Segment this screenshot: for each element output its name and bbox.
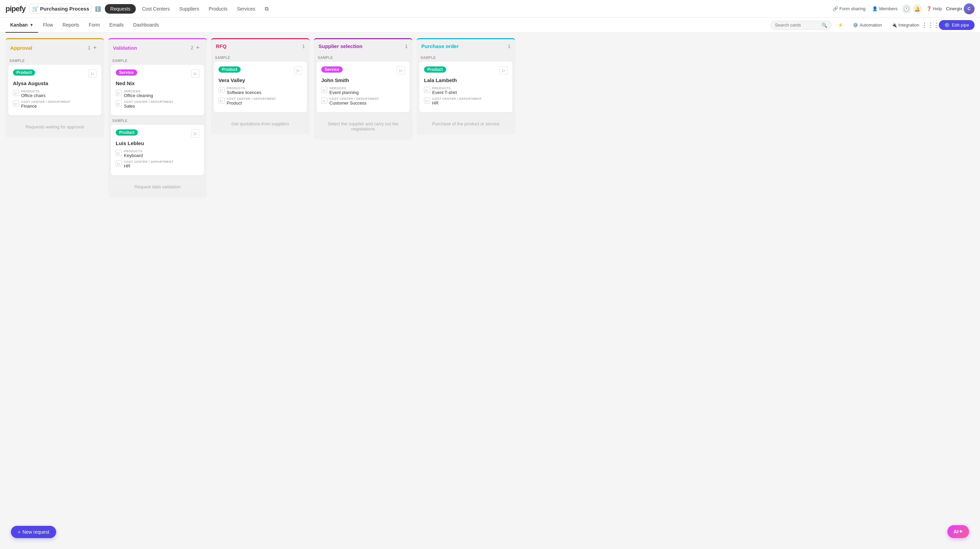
form-sharing-btn[interactable]: 🔗 Form sharing xyxy=(830,4,869,13)
card-field-card-lala-1: ▷ COST CENTER / DEPARTMENT HR xyxy=(424,97,508,105)
column-header-validation: Validation 2 + xyxy=(108,38,207,56)
col-add-btn-validation[interactable]: + xyxy=(193,43,202,52)
card-card-lala[interactable]: Product ▷ Lala Lambeth ▷ PRODUCTS Event … xyxy=(419,62,512,112)
user-name: Cinergix xyxy=(946,6,962,11)
new-request-btn[interactable]: + New request xyxy=(11,526,56,538)
column-body-rfq: SAMPLE Product ▷ Vera Valley ▷ PRODUCTS … xyxy=(211,53,310,134)
help-label: Help xyxy=(933,6,942,11)
ai-label: AI✦ xyxy=(953,528,963,535)
card-card-luis[interactable]: Product ▷ Luis Lebleu ▷ PRODUCTS Keyboar… xyxy=(111,124,204,176)
search-bar[interactable]: 🔍 xyxy=(770,21,832,30)
field-icon-card-lala-1: ▷ xyxy=(424,97,430,104)
services-extra-icon[interactable]: ⧉ xyxy=(261,4,272,14)
col-count-purchase-order: 1 xyxy=(508,44,511,49)
requests-tab[interactable]: Requests xyxy=(105,4,136,14)
field-value-card-john-0: Event planning xyxy=(329,90,405,95)
cost-centers-tab[interactable]: Cost Centers xyxy=(138,4,173,14)
tab-reports[interactable]: Reports xyxy=(58,18,84,33)
card-name-card-alysa: Alysa Augusta xyxy=(13,80,97,86)
search-input[interactable] xyxy=(775,22,819,27)
column-body-supplier-selection: SAMPLE Service ▷ John Smith ▷ SERVICES E… xyxy=(314,53,412,140)
card-name-card-vera: Vera Valley xyxy=(218,77,302,83)
filter-btn[interactable]: ⚡ xyxy=(834,21,846,29)
card-card-john[interactable]: Service ▷ John Smith ▷ SERVICES Event pl… xyxy=(317,62,410,112)
card-arrow-card-alysa[interactable]: ▷ xyxy=(89,69,97,78)
pipe-selector[interactable]: 🛒 Purchasing Process xyxy=(30,4,92,14)
card-name-card-lala: Lala Lambeth xyxy=(424,77,508,83)
card-arrow-card-lala[interactable]: ▷ xyxy=(500,66,508,75)
field-icon-card-john-0: ▷ xyxy=(321,87,327,93)
card-header-card-ned: Service ▷ xyxy=(116,69,199,78)
products-tab[interactable]: Products xyxy=(205,4,231,14)
tab-emails[interactable]: Emails xyxy=(105,18,129,33)
field-value-card-vera-0: Software licences xyxy=(227,90,302,95)
card-field-card-ned-0: ▷ SERVICES Office cleaning xyxy=(116,89,199,98)
automation-icon: ⚙️ xyxy=(853,22,858,27)
field-label-card-lala-1: COST CENTER / DEPARTMENT xyxy=(432,97,508,101)
kanban-column-approval: Approval 1 + SAMPLE Product ▷ Alysa Augu… xyxy=(5,38,104,137)
field-value-card-vera-1: Product xyxy=(227,101,302,105)
notifications-btn[interactable]: 🔔 xyxy=(913,4,922,14)
column-header-approval: Approval 1 + xyxy=(5,38,104,56)
card-header-card-lala: Product ▷ xyxy=(424,66,508,75)
card-arrow-card-ned[interactable]: ▷ xyxy=(191,69,199,78)
card-field-card-john-1: ▷ COST CENTER / DEPARTMENT Customer Succ… xyxy=(321,97,405,105)
card-arrow-card-john[interactable]: ▷ xyxy=(397,66,405,75)
tab-kanban[interactable]: Kanban ▼ xyxy=(5,18,38,33)
kanban-column-validation: Validation 2 + SAMPLE Service ▷ Ned Nix … xyxy=(108,38,207,198)
top-nav: pipefy 🛒 Purchasing Process ℹ️ Requests … xyxy=(0,0,980,18)
tab-form[interactable]: Form xyxy=(84,18,105,33)
card-arrow-card-vera[interactable]: ▷ xyxy=(294,66,302,75)
card-field-card-vera-1: ▷ COST CENTER / DEPARTMENT Product xyxy=(218,97,302,105)
members-btn[interactable]: 👤 Members xyxy=(869,4,900,13)
integration-btn[interactable]: 🔌 Integration xyxy=(888,21,923,29)
col-add-btn-approval[interactable]: + xyxy=(91,43,99,52)
column-footer-rfq: Get quotations from suppliers xyxy=(214,116,307,132)
field-value-card-lala-0: Event T-shirt xyxy=(432,90,508,95)
field-icon-card-ned-0: ▷ xyxy=(116,90,122,96)
logo[interactable]: pipefy xyxy=(5,5,25,13)
kanban-column-purchase-order: Purchase order 1 SAMPLE Product ▷ Lala L… xyxy=(417,38,515,134)
user-avatar[interactable]: C xyxy=(964,3,975,14)
history-btn[interactable]: 🕐 xyxy=(902,4,911,14)
column-body-approval: SAMPLE Product ▷ Alysa Augusta ▷ PRODUCT… xyxy=(5,56,104,137)
field-value-card-john-1: Customer Success xyxy=(329,101,405,105)
field-icon-card-john-1: ▷ xyxy=(321,97,327,104)
help-btn[interactable]: ❓ Help xyxy=(924,4,945,13)
column-header-supplier-selection: Supplier selection 1 xyxy=(314,38,412,53)
card-tag-card-vera: Product xyxy=(218,66,240,73)
column-body-validation: SAMPLE Service ▷ Ned Nix ▷ SERVICES Offi… xyxy=(108,56,207,198)
filter-icon: ⚡ xyxy=(838,22,843,27)
card-card-ned[interactable]: Service ▷ Ned Nix ▷ SERVICES Office clea… xyxy=(111,65,204,115)
card-card-alysa[interactable]: Product ▷ Alysa Augusta ▷ PRODUCTS Offic… xyxy=(8,65,102,115)
field-icon-card-ned-1: ▷ xyxy=(116,101,122,107)
grid-icon-btn[interactable]: ⋮⋮⋮ xyxy=(925,20,936,31)
suppliers-tab[interactable]: Suppliers xyxy=(176,4,202,14)
edit-pipe-btn[interactable]: ⚙️ Edit pipe xyxy=(939,20,975,30)
pipe-title: Purchasing Process xyxy=(40,6,89,11)
field-label-card-vera-0: PRODUCTS xyxy=(227,86,302,90)
reports-label: Reports xyxy=(63,22,79,27)
edit-pipe-label: Edit pipe xyxy=(952,22,969,27)
card-arrow-card-luis[interactable]: ▷ xyxy=(191,129,199,137)
services-tab[interactable]: Services xyxy=(234,4,259,14)
field-label-card-john-0: SERVICES xyxy=(329,86,405,90)
tab-flow[interactable]: Flow xyxy=(38,18,58,33)
card-field-card-luis-0: ▷ PRODUCTS Keyboard xyxy=(116,150,199,158)
field-icon-card-luis-1: ▷ xyxy=(116,160,122,166)
emails-label: Emails xyxy=(110,22,124,27)
automation-btn[interactable]: ⚙️ Automation xyxy=(850,21,885,29)
dashboards-label: Dashboards xyxy=(134,22,159,27)
sample-label-supplier-selection: SAMPLE xyxy=(317,56,410,60)
col-title-purchase-order: Purchase order xyxy=(421,43,506,49)
secondary-nav: Kanban ▼ Flow Reports Form Emails Dashbo… xyxy=(0,18,980,33)
field-icon-card-alysa-1: ▷ xyxy=(13,101,19,107)
info-icon[interactable]: ℹ️ xyxy=(95,6,101,11)
tab-dashboards[interactable]: Dashboards xyxy=(129,18,164,33)
form-sharing-label: Form sharing xyxy=(840,6,865,11)
card-field-card-ned-1: ▷ COST CENTER / DEPARTMENT Sales xyxy=(116,100,199,109)
card-card-vera[interactable]: Product ▷ Vera Valley ▷ PRODUCTS Softwar… xyxy=(214,62,307,112)
card-tag-card-john: Service xyxy=(321,66,343,73)
ai-button[interactable]: AI✦ xyxy=(947,525,969,538)
col-count-supplier-selection: 1 xyxy=(405,44,408,49)
